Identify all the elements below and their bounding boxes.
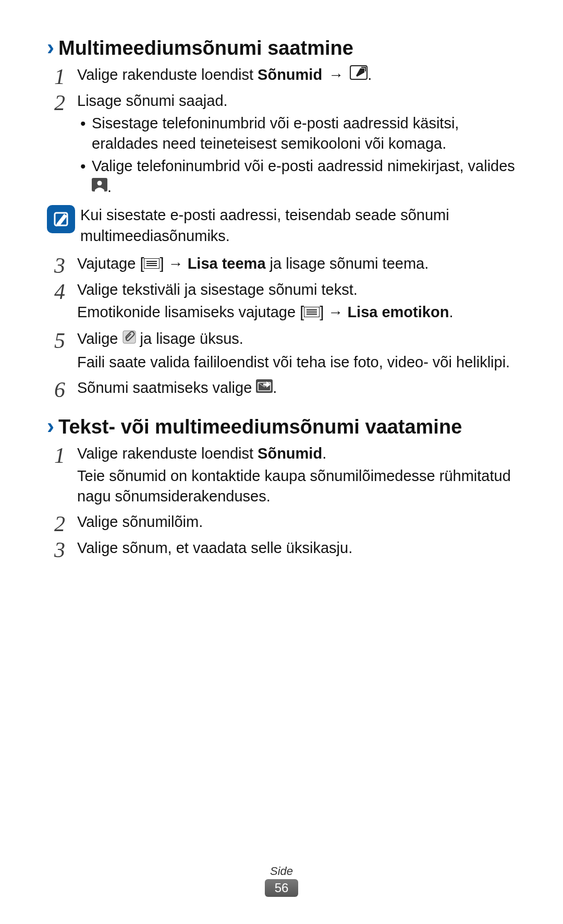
- footer-label: Side: [0, 865, 563, 878]
- page-footer: Side 56: [0, 865, 563, 897]
- menu-icon: [304, 302, 320, 322]
- text: ] →: [160, 255, 187, 272]
- text: Lisage sõnumi saajad.: [77, 91, 516, 111]
- step-6: 6 Sõnumi saatmiseks valige .: [54, 378, 516, 401]
- menu-icon: [144, 254, 160, 274]
- bold-text: Lisa teema: [188, 255, 266, 272]
- list-item: Valige telefoninumbrid või e-posti aadre…: [77, 156, 516, 198]
- text: ] →: [320, 304, 347, 320]
- step-number: 2: [54, 512, 77, 535]
- send-icon: [256, 378, 273, 398]
- chevron-icon: ›: [47, 37, 54, 58]
- step-text: Valige ja lisage üksus. Faili saate vali…: [77, 329, 516, 375]
- section-title: Multimeediumsõnumi saatmine: [58, 37, 353, 59]
- step-number: 1: [54, 443, 77, 509]
- list-item: Sisestage telefoninumbrid või e-posti aa…: [77, 113, 516, 154]
- text: Vajutage [: [77, 255, 144, 272]
- step-3: 3 Vajutage [] → Lisa teema ja lisage sõn…: [54, 254, 516, 277]
- note-text: Kui sisestate e-posti aadressi, teisenda…: [77, 205, 516, 246]
- step-3: 3 Valige sõnum, et vaadata selle üksikas…: [54, 538, 516, 561]
- text: .: [322, 445, 326, 462]
- step-4: 4 Valige tekstiväli ja sisestage sõnumi …: [54, 280, 516, 326]
- step-number: 6: [54, 378, 77, 401]
- page-number: 56: [265, 879, 298, 897]
- section-heading-mms-send: › Multimeediumsõnumi saatmine: [47, 37, 516, 59]
- step-number: 1: [54, 65, 77, 88]
- text-line: Valige rakenduste loendist Sõnumid.: [77, 443, 516, 464]
- text: .: [449, 304, 453, 320]
- section-heading-view-message: › Tekst- või multimeediumsõnumi vaatamin…: [47, 415, 516, 438]
- note-icon-wrap: [47, 205, 77, 246]
- step-1: 1 Valige rakenduste loendist Sõnumid. Te…: [54, 443, 516, 509]
- step-5: 5 Valige ja lisage üksus. Faili saate va…: [54, 329, 516, 375]
- contact-icon: [92, 176, 107, 197]
- step-number: 4: [54, 280, 77, 326]
- text-line: Valige ja lisage üksus.: [77, 329, 516, 350]
- chevron-icon: ›: [47, 415, 54, 437]
- step-text: Vajutage [] → Lisa teema ja lisage sõnum…: [77, 254, 516, 277]
- section-title: Tekst- või multimeediumsõnumi vaatamine: [58, 416, 462, 438]
- bullet-list: Sisestage telefoninumbrid või e-posti aa…: [77, 113, 516, 198]
- svg-point-2: [97, 181, 102, 186]
- text: Teie sõnumid on kontaktide kaupa sõnumil…: [77, 466, 516, 507]
- step-text: Valige rakenduste loendist Sõnumid. Teie…: [77, 443, 516, 509]
- note-icon: [47, 205, 75, 233]
- step-number: 2: [54, 91, 77, 200]
- step-text: Valige sõnumilõim.: [77, 512, 516, 535]
- text: .: [107, 178, 112, 195]
- step-number: 3: [54, 254, 77, 277]
- text: ja lisage sõnumi teema.: [266, 255, 429, 272]
- compose-icon: [350, 65, 368, 85]
- text: .: [273, 379, 277, 396]
- text: Valige tekstiväli ja sisestage sõnumi te…: [77, 280, 516, 300]
- step-text: Sõnumi saatmiseks valige .: [77, 378, 516, 401]
- step-text: Lisage sõnumi saajad. Sisestage telefoni…: [77, 91, 516, 200]
- text: Valige telefoninumbrid või e-posti aadre…: [92, 158, 515, 174]
- text: Faili saate valida faililoendist või teh…: [77, 352, 516, 373]
- text: Sõnumi saatmiseks valige: [77, 379, 256, 396]
- step-number: 3: [54, 538, 77, 561]
- arrow-text: →: [322, 66, 350, 83]
- text: ja lisage üksus.: [136, 330, 243, 347]
- text: Valige rakenduste loendist: [77, 445, 258, 462]
- bold-text: Sõnumid: [258, 445, 322, 462]
- text-line: Emotikonide lisamiseks vajutage [] → Lis…: [77, 302, 516, 323]
- text: .: [368, 66, 372, 83]
- text: Emotikonide lisamiseks vajutage [: [77, 304, 304, 320]
- step-text: Valige tekstiväli ja sisestage sõnumi te…: [77, 280, 516, 326]
- bold-text: Lisa emotikon: [347, 304, 449, 320]
- step-2: 2 Lisage sõnumi saajad. Sisestage telefo…: [54, 91, 516, 200]
- step-text: Valige sõnum, et vaadata selle üksikasju…: [77, 538, 516, 561]
- step-2: 2 Valige sõnumilõim.: [54, 512, 516, 535]
- step-1: 1 Valige rakenduste loendist Sõnumid → .: [54, 65, 516, 88]
- step-number: 5: [54, 329, 77, 375]
- text: Valige: [77, 330, 123, 347]
- note-row: Kui sisestate e-posti aadressi, teisenda…: [47, 205, 516, 246]
- text: Valige rakenduste loendist: [77, 66, 258, 83]
- step-text: Valige rakenduste loendist Sõnumid → .: [77, 65, 516, 88]
- bold-text: Sõnumid: [258, 66, 322, 83]
- manual-page: › Multimeediumsõnumi saatmine 1 Valige r…: [0, 0, 563, 924]
- attach-icon: [123, 329, 136, 349]
